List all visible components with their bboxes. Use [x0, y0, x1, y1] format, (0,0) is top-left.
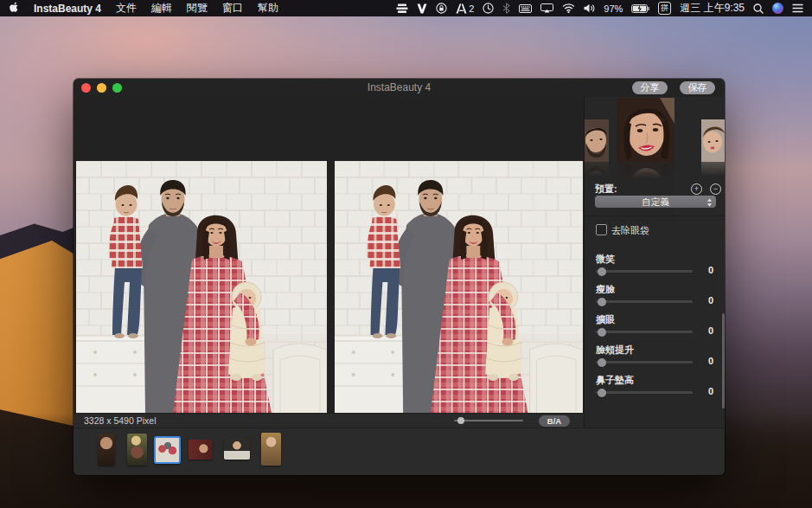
- adjustments-panel: 預置: + − 自定義 去除眼袋 微笑 0 瘦臉: [584, 97, 725, 428]
- remove-eyebags-checkbox[interactable]: [596, 224, 607, 235]
- window-title: InstaBeauty 4: [177, 79, 621, 97]
- slider-knob[interactable]: [598, 328, 606, 337]
- face-reflection: [701, 162, 725, 177]
- before-after-button[interactable]: B/A: [539, 415, 570, 427]
- slider-track[interactable]: [596, 391, 693, 394]
- canvas-status-bar: 3328 x 5490 Pixel B/A: [74, 413, 584, 428]
- filmstrip-thumb-4[interactable]: [189, 440, 213, 460]
- filmstrip-thumb-5[interactable]: [224, 438, 250, 460]
- close-button[interactable]: [81, 83, 91, 93]
- slider-track[interactable]: [596, 270, 693, 273]
- airplay-icon[interactable]: [540, 3, 553, 13]
- image-size-label: 3328 x 5490 Pixel: [84, 415, 156, 426]
- bluetooth-icon[interactable]: [502, 3, 510, 14]
- save-button[interactable]: 保存: [680, 81, 715, 94]
- filmstrip-thumb-2[interactable]: [127, 434, 147, 466]
- preset-label: 預置:: [595, 183, 617, 196]
- volume-icon[interactable]: [584, 3, 595, 13]
- remove-eyebags-label: 去除眼袋: [611, 224, 649, 237]
- battery-icon[interactable]: [631, 4, 649, 13]
- slider-nose-lift: 鼻子墊高 0: [585, 374, 725, 402]
- apple-menu-icon[interactable]: [9, 1, 19, 16]
- v-app-icon[interactable]: [417, 3, 427, 14]
- face-reflection: [585, 162, 609, 177]
- menu-bar: InstaBeauty 4 文件 編輯 閱覽 窗口 幫助 2: [0, 0, 812, 16]
- slider-enlarge-eyes: 擴眼 0: [585, 313, 725, 342]
- spotlight-search-icon[interactable]: [753, 3, 764, 14]
- battery-percent: 97%: [604, 3, 623, 14]
- screen: InstaBeauty 4 文件 編輯 閱覽 窗口 幫助 2: [0, 0, 812, 508]
- slider-value: 0: [708, 265, 713, 275]
- input-method-badge[interactable]: 拼: [658, 2, 671, 15]
- slider-knob[interactable]: [598, 267, 606, 276]
- slider-value: 0: [708, 356, 713, 366]
- face-thumb-woman-selected[interactable]: [617, 98, 675, 162]
- photo-before[interactable]: [76, 161, 327, 414]
- slider-knob[interactable]: [598, 298, 606, 306]
- slider-knob[interactable]: [598, 389, 606, 397]
- lock-circle-icon[interactable]: [436, 3, 447, 14]
- add-preset-button[interactable]: +: [691, 183, 702, 195]
- photo-after[interactable]: [335, 161, 583, 414]
- slider-track[interactable]: [596, 331, 693, 333]
- time-machine-icon[interactable]: [483, 3, 494, 14]
- filmstrip-thumb-6[interactable]: [261, 433, 281, 466]
- app-window: InstaBeauty 4 分享 保存: [74, 79, 725, 475]
- stack-icon[interactable]: [396, 3, 408, 14]
- zoom-button[interactable]: [112, 83, 122, 93]
- slider-label: 微笑: [596, 253, 615, 266]
- slider-value: 0: [708, 386, 713, 396]
- slider-label: 瘦臉: [596, 283, 615, 296]
- remove-eyebags-row: 去除眼袋: [585, 223, 725, 235]
- menu-edit[interactable]: 編輯: [151, 1, 172, 16]
- adobe-cc-icon[interactable]: 2: [456, 3, 474, 14]
- menu-file[interactable]: 文件: [116, 1, 137, 16]
- menu-app-name[interactable]: InstaBeauty 4: [34, 3, 101, 15]
- editing-canvas: 3328 x 5490 Pixel B/A: [74, 97, 584, 428]
- panel-scrollbar[interactable]: [722, 313, 725, 408]
- filmstrip: [74, 428, 725, 475]
- adobe-badge-count: 2: [469, 3, 474, 14]
- menu-view[interactable]: 閱覽: [187, 1, 208, 16]
- zoom-slider-knob[interactable]: [457, 417, 464, 424]
- remove-preset-button[interactable]: −: [710, 183, 721, 195]
- face-thumb-toddler[interactable]: [701, 119, 725, 162]
- face-reflection: [617, 162, 675, 180]
- slider-track[interactable]: [596, 361, 693, 363]
- slider-slim-face: 瘦臉 0: [585, 283, 725, 312]
- menu-window[interactable]: 窗口: [222, 1, 243, 16]
- slider-label: 臉頰提升: [596, 344, 634, 357]
- title-bar[interactable]: InstaBeauty 4 分享 保存: [74, 79, 725, 98]
- zoom-slider[interactable]: [454, 420, 523, 421]
- slider-label: 鼻子墊高: [596, 374, 634, 387]
- filmstrip-thumb-3-selected[interactable]: [154, 436, 181, 464]
- slider-smile: 微笑 0: [585, 253, 725, 281]
- minimize-button[interactable]: [97, 83, 106, 93]
- wifi-icon[interactable]: [562, 3, 575, 13]
- slider-label: 擴眼: [596, 313, 615, 326]
- keyboard-icon[interactable]: [519, 4, 532, 13]
- dropdown-stepper-icon: [707, 197, 713, 209]
- filmstrip-thumb-1[interactable]: [98, 434, 115, 466]
- notification-center-icon[interactable]: [792, 3, 803, 13]
- slider-value: 0: [708, 295, 713, 305]
- slider-track[interactable]: [596, 300, 693, 303]
- slider-knob[interactable]: [598, 358, 606, 367]
- slider-cheek-lift: 臉頰提升 0: [585, 344, 725, 372]
- face-thumb-man[interactable]: [585, 119, 609, 162]
- menu-help[interactable]: 幫助: [258, 1, 278, 16]
- menu-clock[interactable]: 週三 上午9:35: [680, 1, 745, 16]
- siri-icon[interactable]: [772, 3, 783, 14]
- slider-value: 0: [708, 325, 713, 336]
- preset-dropdown-value: 自定義: [642, 196, 669, 207]
- panel-divider: [585, 215, 725, 216]
- share-button[interactable]: 分享: [632, 81, 668, 94]
- preset-dropdown[interactable]: 自定義: [595, 196, 716, 208]
